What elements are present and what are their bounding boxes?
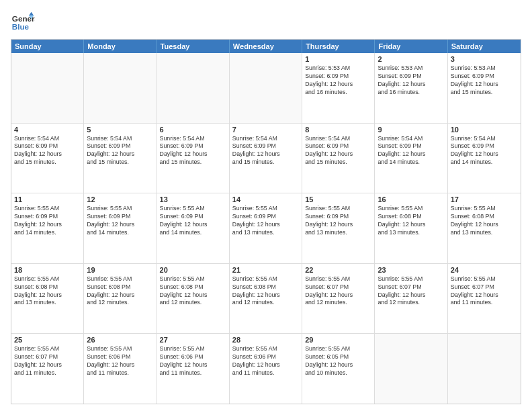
day-number: 14 [232,195,299,203]
day-number: 16 [378,195,444,203]
calendar-cell: 18Sunrise: 5:55 AM Sunset: 6:08 PM Dayli… [11,264,84,334]
calendar-cell: 14Sunrise: 5:55 AM Sunset: 6:09 PM Dayli… [230,193,302,263]
day-number: 13 [160,195,226,203]
day-number: 4 [14,126,81,134]
calendar-cell: 17Sunrise: 5:55 AM Sunset: 6:08 PM Dayli… [448,193,521,263]
day-number: 11 [14,195,81,203]
cell-text: Sunrise: 5:55 AM Sunset: 6:06 PM Dayligh… [87,345,153,377]
cell-text: Sunrise: 5:55 AM Sunset: 6:08 PM Dayligh… [160,275,226,308]
cell-text: Sunrise: 5:55 AM Sunset: 6:09 PM Dayligh… [305,205,371,237]
calendar-cell: 3Sunrise: 5:53 AM Sunset: 6:09 PM Daylig… [448,53,521,123]
calendar-cell: 11Sunrise: 5:55 AM Sunset: 6:09 PM Dayli… [11,193,84,263]
day-number: 15 [305,195,371,203]
calendar-cell [11,53,84,123]
calendar-cell: 22Sunrise: 5:55 AM Sunset: 6:07 PM Dayli… [302,264,375,334]
calendar-cell: 21Sunrise: 5:55 AM Sunset: 6:08 PM Dayli… [230,264,302,334]
calendar-cell: 10Sunrise: 5:54 AM Sunset: 6:09 PM Dayli… [448,124,521,193]
cell-text: Sunrise: 5:53 AM Sunset: 6:09 PM Dayligh… [378,64,444,97]
calendar-cell: 19Sunrise: 5:55 AM Sunset: 6:08 PM Dayli… [84,264,157,334]
cell-text: Sunrise: 5:55 AM Sunset: 6:08 PM Dayligh… [451,205,518,237]
calendar-week-row: 18Sunrise: 5:55 AM Sunset: 6:08 PM Dayli… [11,263,521,334]
cell-text: Sunrise: 5:55 AM Sunset: 6:05 PM Dayligh… [305,345,371,377]
calendar-cell: 26Sunrise: 5:55 AM Sunset: 6:06 PM Dayli… [84,334,157,404]
calendar-cell [375,334,447,404]
day-number: 12 [87,195,153,203]
cell-text: Sunrise: 5:55 AM Sunset: 6:08 PM Dayligh… [378,205,444,237]
calendar-cell [448,334,521,404]
calendar-cell [230,53,302,123]
calendar: SundayMondayTuesdayWednesdayThursdayFrid… [11,39,521,404]
cell-text: Sunrise: 5:55 AM Sunset: 6:07 PM Dayligh… [14,345,81,377]
calendar-header-cell: Wednesday [230,40,302,53]
calendar-cell: 6Sunrise: 5:54 AM Sunset: 6:09 PM Daylig… [157,124,230,193]
cell-text: Sunrise: 5:55 AM Sunset: 6:09 PM Dayligh… [14,205,81,237]
day-number: 3 [451,55,518,63]
calendar-header-cell: Sunday [11,40,84,53]
cell-text: Sunrise: 5:54 AM Sunset: 6:09 PM Dayligh… [160,135,226,167]
day-number: 20 [160,266,226,274]
day-number: 22 [305,266,371,274]
calendar-cell: 4Sunrise: 5:54 AM Sunset: 6:09 PM Daylig… [11,124,84,193]
calendar-cell: 20Sunrise: 5:55 AM Sunset: 6:08 PM Dayli… [157,264,230,334]
day-number: 2 [378,55,444,63]
cell-text: Sunrise: 5:55 AM Sunset: 6:08 PM Dayligh… [87,275,153,308]
cell-text: Sunrise: 5:53 AM Sunset: 6:09 PM Dayligh… [305,64,371,97]
calendar-header-cell: Thursday [302,40,375,53]
calendar-header-cell: Saturday [448,40,521,53]
calendar-cell: 2Sunrise: 5:53 AM Sunset: 6:09 PM Daylig… [375,53,447,123]
cell-text: Sunrise: 5:55 AM Sunset: 6:06 PM Dayligh… [160,345,226,377]
calendar-header-row: SundayMondayTuesdayWednesdayThursdayFrid… [11,40,521,53]
day-number: 10 [451,126,518,134]
day-number: 18 [14,266,81,274]
calendar-cell [84,53,157,123]
calendar-week-row: 4Sunrise: 5:54 AM Sunset: 6:09 PM Daylig… [11,123,521,193]
cell-text: Sunrise: 5:55 AM Sunset: 6:09 PM Dayligh… [160,205,226,237]
cell-text: Sunrise: 5:54 AM Sunset: 6:09 PM Dayligh… [87,135,153,167]
cell-text: Sunrise: 5:54 AM Sunset: 6:09 PM Dayligh… [451,135,518,167]
cell-text: Sunrise: 5:54 AM Sunset: 6:09 PM Dayligh… [232,135,299,167]
cell-text: Sunrise: 5:54 AM Sunset: 6:09 PM Dayligh… [378,135,444,167]
day-number: 26 [87,336,153,344]
day-number: 6 [160,126,226,134]
day-number: 21 [232,266,299,274]
calendar-week-row: 11Sunrise: 5:55 AM Sunset: 6:09 PM Dayli… [11,193,521,263]
day-number: 17 [451,195,518,203]
calendar-header-cell: Monday [84,40,157,53]
calendar-cell: 29Sunrise: 5:55 AM Sunset: 6:05 PM Dayli… [302,334,375,404]
calendar-cell: 25Sunrise: 5:55 AM Sunset: 6:07 PM Dayli… [11,334,84,404]
day-number: 25 [14,336,81,344]
calendar-cell: 8Sunrise: 5:54 AM Sunset: 6:09 PM Daylig… [302,124,375,193]
day-number: 28 [232,336,299,344]
logo-icon: General Blue [11,11,35,35]
cell-text: Sunrise: 5:55 AM Sunset: 6:08 PM Dayligh… [232,275,299,308]
day-number: 8 [305,126,371,134]
cell-text: Sunrise: 5:55 AM Sunset: 6:07 PM Dayligh… [305,275,371,308]
cell-text: Sunrise: 5:55 AM Sunset: 6:07 PM Dayligh… [451,275,518,308]
header: General Blue [11,11,521,35]
calendar-cell: 16Sunrise: 5:55 AM Sunset: 6:08 PM Dayli… [375,193,447,263]
calendar-cell: 28Sunrise: 5:55 AM Sunset: 6:06 PM Dayli… [230,334,302,404]
cell-text: Sunrise: 5:54 AM Sunset: 6:09 PM Dayligh… [305,135,371,167]
day-number: 24 [451,266,518,274]
cell-text: Sunrise: 5:55 AM Sunset: 6:09 PM Dayligh… [87,205,153,237]
day-number: 7 [232,126,299,134]
calendar-cell [157,53,230,123]
day-number: 23 [378,266,444,274]
calendar-cell: 9Sunrise: 5:54 AM Sunset: 6:09 PM Daylig… [375,124,447,193]
calendar-cell: 27Sunrise: 5:55 AM Sunset: 6:06 PM Dayli… [157,334,230,404]
calendar-cell: 1Sunrise: 5:53 AM Sunset: 6:09 PM Daylig… [302,53,375,123]
calendar-header-cell: Tuesday [157,40,230,53]
cell-text: Sunrise: 5:55 AM Sunset: 6:09 PM Dayligh… [232,205,299,237]
cell-text: Sunrise: 5:55 AM Sunset: 6:07 PM Dayligh… [378,275,444,308]
day-number: 19 [87,266,153,274]
calendar-cell: 24Sunrise: 5:55 AM Sunset: 6:07 PM Dayli… [448,264,521,334]
calendar-cell: 5Sunrise: 5:54 AM Sunset: 6:09 PM Daylig… [84,124,157,193]
day-number: 9 [378,126,444,134]
page: General Blue SundayMondayTuesdayWednesda… [0,0,532,411]
calendar-header-cell: Friday [375,40,447,53]
calendar-cell: 23Sunrise: 5:55 AM Sunset: 6:07 PM Dayli… [375,264,447,334]
calendar-cell: 13Sunrise: 5:55 AM Sunset: 6:09 PM Dayli… [157,193,230,263]
calendar-cell: 15Sunrise: 5:55 AM Sunset: 6:09 PM Dayli… [302,193,375,263]
cell-text: Sunrise: 5:55 AM Sunset: 6:06 PM Dayligh… [232,345,299,377]
day-number: 29 [305,336,371,344]
